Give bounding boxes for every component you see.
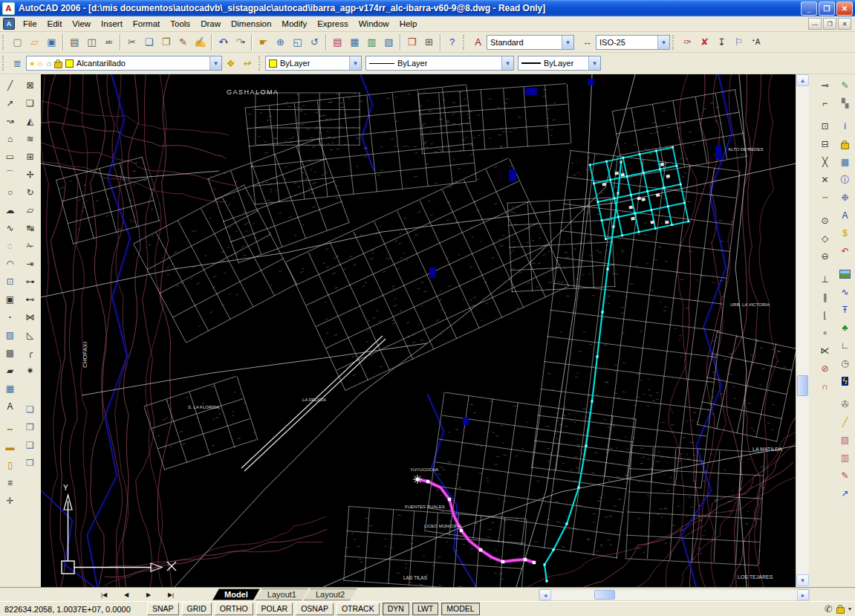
draworder-back-icon[interactable]: ❐ [22,419,39,435]
list-icon[interactable]: ≡ [1,475,19,491]
faucet-icon[interactable]: Ŧ [836,302,854,318]
sheetset-icon[interactable]: ▧ [380,33,397,51]
toggle-grid[interactable]: GRID [182,603,212,615]
boundary-alt-icon[interactable]: ▥ [836,450,854,466]
drawing-area[interactable]: GASHALOMAALTO DE REDESURB. LA VICTORIALA… [41,74,796,587]
menu-view[interactable]: View [67,18,96,30]
scroll-down-button[interactable]: ▾ [796,574,809,586]
snap-insert-icon[interactable]: ⌊ [816,307,834,323]
scroll-up-button[interactable]: ▴ [796,74,809,86]
menu-file[interactable]: File [18,18,42,30]
tab-first-button[interactable]: |◀ [94,589,114,600]
vertical-scrollbar[interactable]: ▴ ▾ [796,74,809,587]
layer-previous-icon[interactable]: ↫ [239,54,256,72]
landscape-icon[interactable] [836,266,854,282]
coordinate-readout[interactable]: 822634.2058, 1.0037E+07, 0.0000 [0,605,146,614]
toggle-model[interactable]: MODEL [441,603,479,615]
color-combo-arrow-icon[interactable]: ▾ [349,56,361,70]
snap-center-icon[interactable]: ⊙ [816,213,834,229]
ellipse-icon[interactable]: ◌ [1,238,19,254]
draworder-above-icon[interactable]: ❑ [22,437,39,453]
toolbar-grip[interactable] [463,35,466,50]
revcloud-icon[interactable]: ☁ [1,202,19,218]
region-icon[interactable]: ▰ [1,363,19,379]
draworder-under-icon[interactable]: ❒ [22,455,39,471]
minimize-button[interactable]: _ [801,1,817,16]
polyline-icon[interactable]: ↝ [1,113,19,129]
drawing-file-icon[interactable]: A [3,18,15,30]
menu-modify[interactable]: Modify [276,18,312,30]
dim-style-combo-arrow-icon[interactable]: ▾ [657,36,669,49]
block-editor-icon[interactable]: ✍ [192,33,209,51]
chamfer-icon[interactable]: ◺ [22,327,39,343]
scale-icon[interactable]: ▱ [22,202,39,218]
snap-midpoint-icon[interactable]: ⊟ [816,136,834,152]
menu-dimension[interactable]: Dimension [226,18,276,30]
data-table-icon[interactable]: ▦ [836,154,854,170]
doc-restore-button[interactable]: ❐ [823,18,836,30]
menu-edit[interactable]: Edit [42,18,68,30]
status-menu-arrow-icon[interactable]: ▾ [848,606,851,612]
doc-minimize-button[interactable]: — [808,18,822,30]
designcenter-icon[interactable]: ▦ [346,33,363,51]
snap-quadrant-icon[interactable]: ◇ [816,230,834,247]
snap-parallel-icon[interactable]: ∥ [816,289,834,305]
clip-icon[interactable]: ✇ [836,396,854,412]
boundary-icon[interactable]: ▧ [836,432,854,448]
zoom-window-icon[interactable]: ◱ [289,33,306,51]
toggle-ortho[interactable]: ORTHO [215,603,253,615]
valve-icon[interactable]: ♣ [836,320,854,336]
paste-icon[interactable]: ❐ [157,33,175,51]
tab-layout2[interactable]: Layout2 [304,589,357,600]
spline-icon[interactable]: ∿ [1,220,19,236]
snap-tangent-icon[interactable]: ⊖ [816,248,834,265]
copy-object-icon[interactable]: ❏ [22,95,39,111]
snap-extension-icon[interactable]: ┄ [816,189,834,206]
properties-icon[interactable]: ▤ [329,33,346,51]
menu-window[interactable]: Window [354,18,394,30]
area-icon[interactable]: ▬ [1,439,19,455]
ellipse-arc-icon[interactable]: ◠ [1,256,19,272]
explode-icon[interactable]: ✷ [22,363,39,379]
snap-node-icon[interactable]: ∘ [816,325,834,341]
color-combo[interactable]: ByLayer ▾ [265,56,362,71]
snap-endpoint-icon[interactable]: ⊡ [816,118,834,134]
point-icon[interactable]: • [1,309,19,325]
tool-palettes-icon[interactable]: ▥ [363,33,380,51]
zoom-realtime-icon[interactable]: ⊕ [272,33,289,51]
text-edit-icon[interactable]: A [836,207,854,224]
tab-last-button[interactable]: ▶| [160,589,181,600]
save-icon[interactable]: ▣ [43,33,60,51]
toggle-otrack[interactable]: OTRACK [337,603,380,615]
layer-combo-arrow-icon[interactable]: ▾ [209,56,221,70]
cut-icon[interactable]: ✂ [123,33,140,51]
fillet-icon[interactable]: ╭ [22,345,39,361]
add-text-icon[interactable]: ⁺A [747,33,764,51]
make-object-layer-current-icon[interactable]: ❖ [222,54,239,72]
circle-icon[interactable]: ○ [1,184,19,201]
draworder-front-icon[interactable]: ❏ [22,401,39,418]
curve-icon[interactable]: ╱ [836,414,854,430]
lineweight-combo-arrow-icon[interactable]: ▾ [588,56,600,70]
mtext-icon[interactable]: A [1,398,19,415]
arc-icon[interactable]: ⌒ [1,166,19,183]
open-icon[interactable]: ▱ [26,33,43,51]
profile-edit-icon[interactable]: ✎ [836,77,854,94]
hatch-icon[interactable]: ▨ [1,327,19,343]
restore-button[interactable]: ❐ [819,1,835,16]
elevation-icon[interactable]: ↧ [713,33,730,51]
zoom-previous-icon[interactable]: ↺ [306,33,323,51]
redo-icon-dropdown-arrow-icon[interactable]: ▾ [242,39,245,45]
snap-none-icon[interactable]: ⊘ [816,360,834,377]
menu-insert[interactable]: Insert [96,18,128,30]
toolbar-lock-icon[interactable] [836,607,845,614]
dim-style-combo[interactable]: ISO-25 ▾ [596,35,670,50]
make-block-icon[interactable]: ▣ [1,291,19,308]
pan-icon[interactable]: ☛ [255,33,272,51]
match-properties-icon[interactable]: ✎ [175,33,192,51]
stretch-icon[interactable]: ↹ [22,220,39,236]
cost-icon[interactable]: $ [836,225,854,241]
communication-center-icon[interactable]: ✆ [825,603,833,615]
clock-icon[interactable]: ◷ [836,355,854,372]
gradient-icon[interactable]: ▩ [1,345,19,361]
